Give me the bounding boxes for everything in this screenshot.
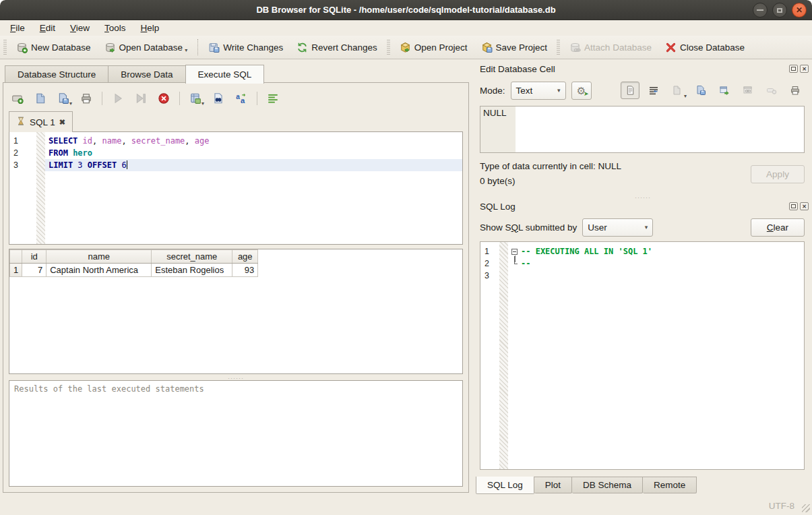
execute-line-button xyxy=(132,90,150,107)
menu-item-view[interactable]: View xyxy=(63,22,97,34)
chevron-down-icon: ▾ xyxy=(557,87,561,94)
line-number: 3 xyxy=(9,159,45,171)
sql-toolbar-separator xyxy=(102,92,102,105)
results-splitter[interactable]: ······ xyxy=(9,374,463,380)
cell-info: Type of data currently in cell: NULL 0 b… xyxy=(480,161,805,193)
edit-cell-float-button[interactable] xyxy=(789,65,798,73)
row-header[interactable]: 1 xyxy=(10,264,22,277)
open-project-button[interactable]: Open Project xyxy=(394,39,474,56)
table-cell[interactable]: 93 xyxy=(232,264,258,277)
editor-code[interactable]: SELECT id, name, secret_name, ageFROM he… xyxy=(45,132,462,244)
bottom-tab-sql-log[interactable]: SQL Log xyxy=(476,477,534,494)
table-cell[interactable]: Captain North America xyxy=(46,264,152,277)
word-wrap-button[interactable] xyxy=(644,82,663,99)
sql-editor[interactable]: 123 SELECT id, name, secret_name, ageFRO… xyxy=(9,131,463,245)
menu-item-file[interactable]: File xyxy=(3,22,32,34)
log-line: -- EXECUTING ALL IN 'SQL 1' xyxy=(508,245,804,258)
revert-changes-button[interactable]: Revert Changes xyxy=(290,39,383,56)
auto-switch-mode-button[interactable]: ⚙ ➤ xyxy=(571,82,592,100)
maximize-button[interactable] xyxy=(772,3,787,18)
fold-collapse-icon[interactable] xyxy=(511,249,518,255)
corner-header[interactable] xyxy=(10,250,22,264)
mode-select[interactable]: Text ▾ xyxy=(511,82,566,100)
write-changes-button[interactable]: Write Changes xyxy=(202,39,289,56)
clear-log-button[interactable]: Clear xyxy=(751,218,805,237)
toolbar-drag-handle[interactable] xyxy=(3,40,7,55)
encoding-indicator[interactable]: UTF-8 xyxy=(769,501,794,511)
submitted-by-value: User xyxy=(588,222,607,233)
print-cell-button[interactable] xyxy=(786,82,805,99)
table-cell[interactable]: 7 xyxy=(22,264,46,277)
open-sql-file-button[interactable] xyxy=(32,90,49,107)
new-sql-tab-button[interactable] xyxy=(9,90,26,107)
sql-editor-tab[interactable]: SQL 1 ✖ xyxy=(9,111,73,132)
execute-all-button xyxy=(109,90,127,107)
revert-changes-label: Revert Changes xyxy=(311,42,377,53)
save-project-button[interactable]: Save Project xyxy=(475,39,554,56)
tab-browse-data[interactable]: Browse Data xyxy=(108,65,185,83)
stop-execution-button[interactable] xyxy=(155,90,173,107)
bottom-tab-remote[interactable]: Remote xyxy=(643,477,697,493)
close-database-button[interactable]: Close Database xyxy=(659,39,751,56)
open-database-label: Open Database xyxy=(119,42,183,53)
sql-tab-close-icon[interactable]: ✖ xyxy=(59,118,65,127)
fold-end-icon xyxy=(511,259,518,268)
tab-database-structure[interactable]: Database Structure xyxy=(5,65,108,83)
save-sql-dropdown-arrow[interactable]: ▾ xyxy=(69,100,72,107)
format-sql-button[interactable] xyxy=(264,90,282,107)
submitted-by-select[interactable]: User ▾ xyxy=(582,218,653,237)
new-database-button[interactable]: New Database xyxy=(10,39,97,56)
mode-value: Text xyxy=(516,86,533,96)
sql-log-view[interactable]: 123 -- EXECUTING ALL IN 'SQL 1'-- xyxy=(480,241,805,470)
column-header-id[interactable]: id xyxy=(22,250,46,264)
tab-execute-sql[interactable]: Execute SQL xyxy=(185,65,265,84)
menu-item-help[interactable]: Help xyxy=(133,22,167,34)
sql-log-close-button[interactable]: ✕ xyxy=(800,202,809,210)
column-header-secret_name[interactable]: secret_name xyxy=(152,250,232,264)
export-data-button[interactable] xyxy=(691,82,710,99)
edit-cell-close-button[interactable]: ✕ xyxy=(800,65,809,73)
save-results-dropdown-arrow[interactable]: ▾ xyxy=(201,100,204,107)
titlebar[interactable]: DB Browser for SQLite - /home/user/code/… xyxy=(0,0,812,20)
sql-toolbar-separator xyxy=(257,92,257,105)
code-line[interactable]: SELECT id, name, secret_name, age xyxy=(45,135,462,147)
resize-grip[interactable] xyxy=(802,504,810,512)
dock-splitter[interactable]: ······ xyxy=(476,193,810,200)
code-line[interactable]: FROM hero xyxy=(45,147,462,159)
print-sql-button[interactable] xyxy=(77,90,95,107)
sql-log-filter-row: Show SQL submitted by User ▾ Clear xyxy=(476,217,810,237)
open-database-button[interactable]: Open Database ▾ xyxy=(98,39,194,56)
results-message-pane[interactable]: Results of the last executed statements xyxy=(9,380,463,487)
find-button[interactable] xyxy=(210,90,227,107)
minimize-button[interactable] xyxy=(753,3,768,18)
bottom-tabs: SQL LogPlotDB SchemaRemote xyxy=(476,477,810,494)
menu-item-tools[interactable]: Tools xyxy=(97,22,133,34)
log-line-number: 3 xyxy=(480,270,508,282)
open-database-dropdown-arrow[interactable]: ▾ xyxy=(185,47,187,53)
close-button[interactable]: ✕ xyxy=(792,3,807,18)
column-header-age[interactable]: age xyxy=(232,250,258,264)
execute-sql-panel: ▾ ▾ aa SQL 1 ✖ 1 xyxy=(3,82,469,493)
menu-item-edit[interactable]: Edit xyxy=(32,22,63,34)
sql-log-float-button[interactable] xyxy=(789,202,798,210)
column-header-name[interactable]: name xyxy=(46,250,152,264)
save-sql-file-button[interactable]: ▾ xyxy=(55,90,72,107)
code-line[interactable]: LIMIT 3 OFFSET 6 xyxy=(45,159,462,171)
svg-text:a: a xyxy=(241,96,245,104)
cell-editor-icons: ▾ xyxy=(621,82,805,99)
filter-label: Show SQL submitted by xyxy=(480,222,577,233)
close-icon: ✕ xyxy=(796,6,803,14)
attach-database-button: Attach Database xyxy=(563,39,658,56)
bottom-tab-plot[interactable]: Plot xyxy=(534,477,572,493)
toolbar-drag-handle[interactable] xyxy=(557,40,560,55)
table-cell[interactable]: Esteban Rogelios xyxy=(152,264,232,277)
open-in-app-button[interactable] xyxy=(715,82,734,99)
auto-complete-button[interactable]: aa xyxy=(232,90,250,107)
save-results-button[interactable]: ▾ xyxy=(187,90,204,107)
write-changes-label: Write Changes xyxy=(223,42,283,53)
text-mode-button[interactable] xyxy=(621,82,639,99)
cell-value-editor[interactable]: NULL xyxy=(480,106,805,153)
table-row[interactable]: 17Captain North AmericaEsteban Rogelios9… xyxy=(10,264,258,277)
bottom-tab-db-schema[interactable]: DB Schema xyxy=(572,477,643,493)
toolbar-drag-handle[interactable] xyxy=(387,40,390,55)
